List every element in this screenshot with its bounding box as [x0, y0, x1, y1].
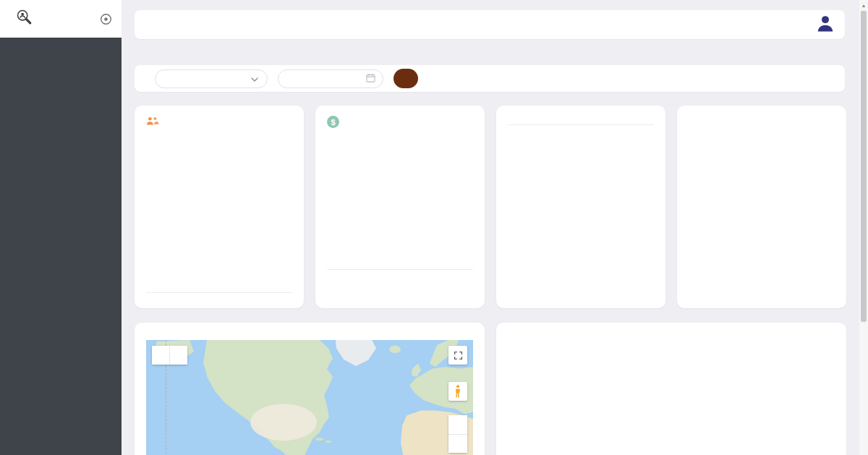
map-zoom-controls — [448, 415, 467, 453]
chevron-down-icon — [251, 74, 258, 84]
avatar[interactable] — [816, 14, 835, 35]
spend-card: $ — [315, 106, 485, 308]
people-group-icon — [146, 116, 159, 129]
sidebar-header — [0, 0, 122, 38]
spend-donut-label — [362, 145, 438, 222]
sidebar-collapse-icon[interactable] — [98, 12, 113, 26]
topbar — [135, 10, 845, 39]
direct-referral-pie-chart — [708, 124, 815, 231]
brand-logo[interactable] — [10, 9, 98, 29]
brand-name — [10, 14, 13, 24]
domain-select[interactable] — [155, 69, 268, 88]
magnifier-person-icon — [14, 9, 33, 29]
dollar-icon: $ — [327, 116, 339, 128]
sidebar-nav — [0, 38, 122, 455]
map-type-toggle — [152, 346, 187, 365]
zoom-out-button[interactable] — [448, 434, 467, 453]
recent-visits-card — [135, 323, 485, 455]
map[interactable] — [146, 340, 473, 455]
identified-card — [135, 106, 304, 308]
map-view-button[interactable] — [152, 346, 169, 365]
date-range-input[interactable] — [278, 69, 383, 88]
filter-bar — [135, 65, 845, 92]
identified-donut-label — [181, 146, 258, 223]
map-landmass — [146, 340, 473, 455]
zoom-in-button[interactable] — [448, 415, 467, 434]
visitors-identified-card — [496, 323, 846, 455]
spend-donut-chart — [362, 145, 438, 222]
latest-visitors-card — [496, 106, 665, 308]
sidebar — [0, 0, 122, 455]
calendar-icon — [366, 73, 375, 84]
divider — [327, 269, 473, 270]
user-menu[interactable] — [809, 14, 835, 35]
visitors-identified-bar-chart — [540, 366, 835, 455]
update-dashboard-button[interactable] — [393, 69, 418, 88]
pegman-icon[interactable] — [448, 382, 467, 401]
fullscreen-button[interactable] — [448, 346, 467, 365]
scrollbar-thumb[interactable] — [861, 11, 867, 322]
direct-referral-card — [677, 106, 846, 308]
divider — [146, 292, 292, 293]
satellite-view-button[interactable] — [169, 346, 187, 365]
divider — [508, 124, 654, 125]
scrollbar-up-arrow[interactable]: ▲ — [859, 3, 868, 8]
scrollbar[interactable]: ▲ — [859, 0, 868, 455]
identified-donut-chart — [181, 146, 258, 223]
dashboard-page: $ — [0, 0, 868, 455]
